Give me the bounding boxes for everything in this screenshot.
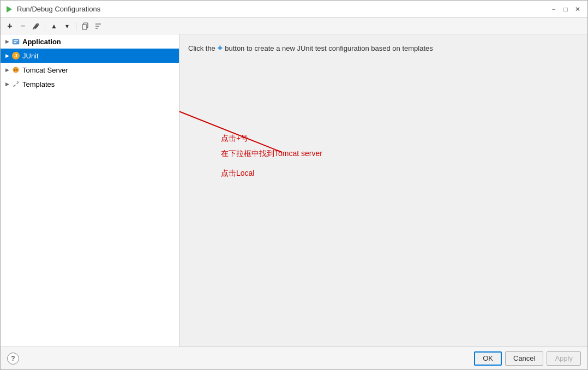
window-title: Run/Debug Configurations (17, 5, 100, 13)
svg-rect-7 (14, 40, 18, 41)
svg-marker-0 (7, 6, 12, 13)
annotation-line2: 在下拉框中找到Tomcat server (221, 146, 322, 161)
application-label: Application (22, 38, 61, 46)
hint-container: Click the + button to create a new JUnit… (188, 43, 579, 53)
run-icon (5, 5, 14, 14)
copy-button[interactable] (79, 20, 91, 32)
sidebar-item-tomcat[interactable]: ▶ Tomcat Server (1, 63, 179, 77)
junit-label: JUnit (22, 52, 39, 60)
separator-1 (45, 22, 45, 31)
svg-rect-12 (13, 85, 16, 87)
title-bar-controls: − □ ✕ (548, 4, 583, 15)
title-bar-left: Run/Debug Configurations (5, 5, 100, 14)
annotation-line1: 点击+号 (221, 130, 322, 146)
svg-rect-6 (13, 39, 19, 44)
wrench-icon (11, 80, 20, 88)
svg-rect-8 (14, 42, 16, 43)
up-button[interactable]: ▲ (48, 20, 60, 32)
edit-button[interactable] (30, 20, 42, 32)
main-content: ▶ Application ▶ J JUnit (1, 34, 587, 347)
arrow-templates: ▶ (3, 80, 11, 88)
sidebar-item-application[interactable]: ▶ Application (1, 34, 179, 49)
junit-icon: J (11, 51, 20, 60)
footer-left: ? (7, 353, 19, 365)
hint-click: Click the (188, 44, 215, 52)
application-icon (11, 37, 20, 46)
plus-icon: + (218, 43, 223, 53)
run-debug-configurations-window: Run/Debug Configurations − □ ✕ + − ▲ ▾ (0, 0, 588, 370)
arrow-application: ▶ (3, 37, 11, 46)
remove-button[interactable]: − (17, 20, 29, 32)
cancel-button[interactable]: Cancel (505, 351, 543, 366)
sort-button[interactable] (92, 20, 104, 32)
arrow-tomcat: ▶ (3, 65, 11, 74)
sidebar: ▶ Application ▶ J JUnit (1, 34, 179, 347)
ok-button[interactable]: OK (474, 351, 502, 366)
footer-right: OK Cancel Apply (474, 351, 581, 366)
content-area: Click the + button to create a new JUnit… (179, 34, 587, 347)
maximize-button[interactable]: □ (560, 4, 571, 15)
red-arrow-overlay (179, 34, 579, 347)
templates-label: Templates (22, 80, 55, 88)
help-button[interactable]: ? (7, 353, 19, 365)
close-button[interactable]: ✕ (572, 4, 583, 15)
add-button[interactable]: + (4, 20, 16, 32)
svg-rect-2 (82, 25, 87, 29)
sidebar-item-junit[interactable]: ▶ J JUnit (1, 49, 179, 63)
toolbar: + − ▲ ▾ (1, 18, 587, 34)
apply-button[interactable]: Apply (547, 351, 581, 366)
separator-2 (76, 22, 76, 31)
minimize-button[interactable]: − (548, 4, 559, 15)
footer: ? OK Cancel Apply (1, 347, 587, 369)
svg-point-10 (14, 69, 15, 70)
dropdown-button[interactable]: ▾ (61, 20, 73, 32)
tomcat-icon (11, 65, 20, 74)
hint-rest: button to create a new JUnit test config… (225, 44, 433, 52)
sidebar-item-templates[interactable]: ▶ Templates (1, 77, 179, 91)
title-bar: Run/Debug Configurations − □ ✕ (1, 1, 587, 18)
annotation-container: 点击+号 在下拉框中找到Tomcat server 点击Local (188, 59, 579, 347)
tomcat-label: Tomcat Server (22, 66, 68, 74)
svg-point-11 (16, 69, 17, 70)
annotation-text-block: 点击+号 在下拉框中找到Tomcat server 点击Local (221, 130, 322, 181)
arrow-junit: ▶ (3, 51, 11, 60)
annotation-line3: 点击Local (221, 165, 322, 181)
